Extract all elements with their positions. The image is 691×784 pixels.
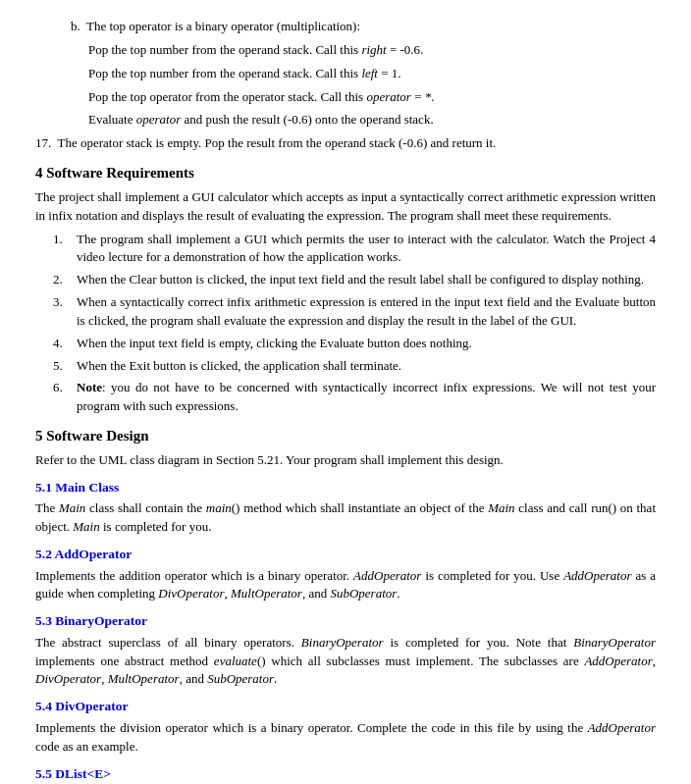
section4-list: 1. The program shall implement a GUI whi… [53, 231, 656, 417]
subsection-5-1-heading: 5.1 Main Class [35, 478, 656, 497]
subsection-5-2-heading: 5.2 AddOperator [35, 545, 656, 564]
top-block: b. The top operator is a binary operator… [35, 18, 656, 153]
section5-heading: 5 Software Design [35, 426, 656, 447]
subsection-5-3-text: The abstract superclass of all binary op… [35, 634, 656, 690]
subsection-5-3-heading: 5.3 BinaryOperator [35, 611, 656, 631]
subsection-5-5-heading: 5.5 DList<E> [35, 764, 656, 784]
sub4: Evaluate operator and push the result (-… [88, 111, 656, 130]
list-item: 3. When a syntactically correct infix ar… [53, 293, 656, 331]
item17: 17. The operator stack is empty. Pop the… [35, 134, 656, 153]
section4-intro: The project shall implement a GUI calcul… [35, 188, 656, 226]
list-item: 5. When the Exit button is clicked, the … [53, 357, 656, 376]
subsection-5-4-heading: 5.4 DivOperator [35, 697, 656, 716]
subsection-5-4-text: Implements the division operator which i… [35, 719, 656, 757]
sub2: Pop the top number from the operand stac… [88, 65, 656, 83]
section5-intro: Refer to the UML class diagram in Sectio… [35, 451, 656, 470]
list-item: 4. When the input text field is empty, c… [53, 335, 656, 353]
list-item: 6. Note: you do not have to be concerned… [53, 379, 656, 416]
list-item: 1. The program shall implement a GUI whi… [53, 231, 656, 268]
line-b: b. The top operator is a binary operator… [71, 18, 656, 36]
subsection-5-1-text: The Main class shall contain the main() … [35, 499, 656, 537]
list-item: 2. When the Clear button is clicked, the… [53, 271, 656, 289]
sub1: Pop the top number from the operand stac… [88, 41, 656, 60]
section4-heading: 4 Software Requirements [35, 163, 656, 184]
sub3: Pop the top operator from the operator s… [88, 88, 656, 107]
subsection-5-2-text: Implements the addition operator which i… [35, 567, 656, 604]
